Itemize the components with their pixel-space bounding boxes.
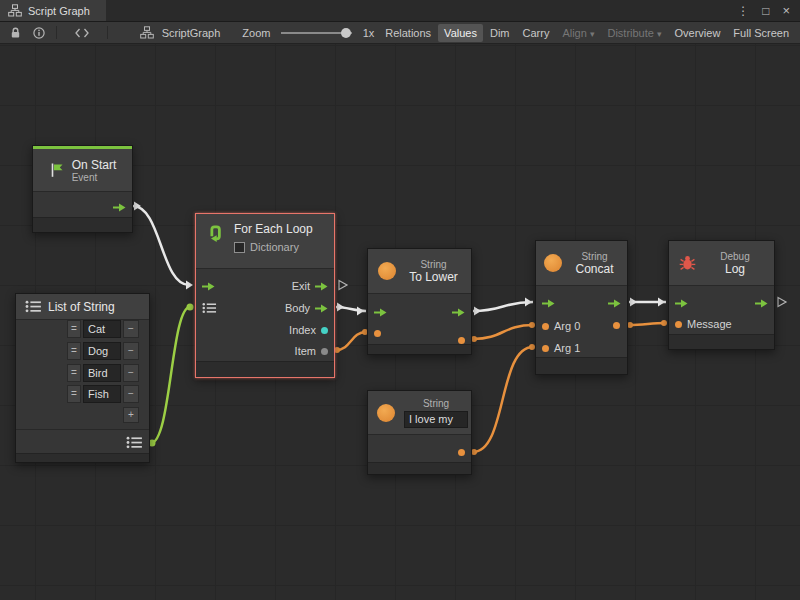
list-item-field[interactable] <box>83 364 121 382</box>
wire-item-to-tolower[interactable] <box>336 332 366 350</box>
list-item-field[interactable] <box>83 320 121 338</box>
wire-body-to-tolower[interactable] <box>336 307 366 311</box>
node-concat[interactable]: String Concat Arg 0 <box>535 240 628 375</box>
graph-name-label: ScriptGraph <box>159 27 224 39</box>
drag-handle-icon[interactable]: = <box>67 320 81 338</box>
lock-icon[interactable] <box>5 22 26 43</box>
node-title: Concat <box>570 262 619 276</box>
script-graph-tab[interactable]: Script Graph <box>0 0 106 21</box>
chevron-down-icon: ▾ <box>590 29 595 39</box>
code-icon[interactable] <box>63 22 101 43</box>
wire-end-arrow <box>134 202 141 211</box>
carry-button[interactable]: Carry <box>517 24 556 42</box>
loop-icon <box>205 222 226 243</box>
dim-button[interactable]: Dim <box>484 24 516 42</box>
result-out-port[interactable] <box>613 322 620 329</box>
zoom-slider-thumb[interactable] <box>341 28 351 38</box>
drag-handle-icon[interactable]: = <box>67 385 81 403</box>
wire-tolower-to-concat-flow[interactable] <box>473 302 533 311</box>
list-item-field[interactable] <box>83 342 121 360</box>
node-category: Debug <box>706 251 764 262</box>
node-title: To Lower <box>406 270 461 284</box>
wire-onstart-to-foreach[interactable] <box>133 206 189 285</box>
wire-end-arrow <box>658 298 665 307</box>
node-category: String <box>570 251 619 262</box>
node-list-of-string[interactable]: List of String = − = − = − = − <box>15 293 150 463</box>
zoom-slider[interactable] <box>281 32 351 34</box>
remove-item-button[interactable]: − <box>123 385 139 403</box>
node-footer <box>33 217 132 232</box>
drag-handle-icon[interactable]: = <box>67 342 81 360</box>
wire-concat-to-message[interactable] <box>629 323 665 325</box>
tab-title: Script Graph <box>28 5 90 17</box>
node-category: String <box>404 398 468 409</box>
flow-in-port[interactable] <box>202 282 215 291</box>
node-debug-log[interactable]: Debug Log Message <box>668 240 775 350</box>
node-on-start[interactable]: On Start Event <box>32 145 133 233</box>
node-category: String <box>406 259 461 270</box>
flow-in-port[interactable] <box>675 299 688 308</box>
title-drag-area[interactable] <box>106 0 737 21</box>
list-item-field[interactable] <box>83 385 121 403</box>
arg0-in-port[interactable] <box>542 323 549 330</box>
flow-in-port[interactable] <box>542 299 555 308</box>
dictionary-checkbox[interactable] <box>234 242 245 253</box>
log-unconnected-arrow[interactable] <box>778 298 786 307</box>
values-button[interactable]: Values <box>438 24 483 42</box>
remove-item-button[interactable]: − <box>123 364 139 382</box>
exit-flow-out-port[interactable] <box>315 282 328 291</box>
align-dropdown[interactable]: Align ▾ <box>556 24 600 42</box>
node-title: On Start <box>72 158 117 172</box>
bug-icon <box>679 255 696 271</box>
node-footer <box>669 334 774 349</box>
index-out-port[interactable] <box>321 327 328 334</box>
body-flow-out-port[interactable] <box>315 304 328 313</box>
value-out-port[interactable] <box>458 449 465 456</box>
flow-in-port[interactable] <box>374 308 387 317</box>
window-menu-icon[interactable]: ⋮ <box>737 5 749 17</box>
overview-button[interactable]: Overview <box>669 24 727 42</box>
chevron-down-icon: ▾ <box>657 29 662 39</box>
node-footer <box>196 361 334 377</box>
drag-handle-icon[interactable]: = <box>67 364 81 382</box>
wire-list-to-foreach[interactable] <box>151 307 190 443</box>
remove-item-button[interactable]: − <box>123 342 139 360</box>
item-out-port[interactable] <box>321 348 328 355</box>
graph-canvas[interactable]: On Start Event <box>0 44 800 600</box>
flow-out-port[interactable] <box>452 308 465 317</box>
wire-end-arrow <box>186 281 193 290</box>
close-icon[interactable]: × <box>782 4 790 17</box>
relations-button[interactable]: Relations <box>379 24 437 42</box>
flow-out-port[interactable] <box>608 299 621 308</box>
node-to-lower[interactable]: String To Lower <box>367 248 472 355</box>
string-in-port[interactable] <box>374 330 381 337</box>
remove-item-button[interactable]: − <box>123 320 139 338</box>
node-title: Log <box>706 262 764 276</box>
list-out-port[interactable] <box>126 436 143 449</box>
full-screen-button[interactable]: Full Screen <box>727 24 795 42</box>
wire-end-arrow <box>630 298 637 307</box>
message-in-port[interactable] <box>675 321 682 328</box>
zoom-value: 1x <box>360 27 378 39</box>
string-icon <box>544 254 562 272</box>
flow-out-port[interactable] <box>113 203 126 212</box>
string-value-field[interactable] <box>404 411 468 428</box>
string-icon <box>377 404 395 422</box>
arg1-in-port[interactable] <box>542 345 549 352</box>
flow-out-port[interactable] <box>755 299 768 308</box>
list-in-port[interactable] <box>202 302 217 314</box>
info-icon[interactable] <box>28 22 50 43</box>
distribute-dropdown[interactable]: Distribute ▾ <box>601 24 667 42</box>
event-accent-bar <box>33 146 132 149</box>
node-title: For Each Loop <box>234 222 313 236</box>
wire-end-arrow <box>525 298 532 307</box>
result-out-port[interactable] <box>458 337 465 344</box>
maximize-icon[interactable]: □ <box>762 5 769 17</box>
node-title: List of String <box>48 300 115 314</box>
node-for-each-loop[interactable]: For Each Loop Dictionary Exit <box>195 213 335 378</box>
wire-tolower-to-arg0[interactable] <box>473 325 533 339</box>
exit-unconnected-arrow[interactable] <box>339 281 347 290</box>
add-item-button[interactable]: + <box>123 407 139 423</box>
wire-literal-to-arg1[interactable] <box>473 347 533 452</box>
node-string-literal[interactable]: String <box>367 390 472 475</box>
